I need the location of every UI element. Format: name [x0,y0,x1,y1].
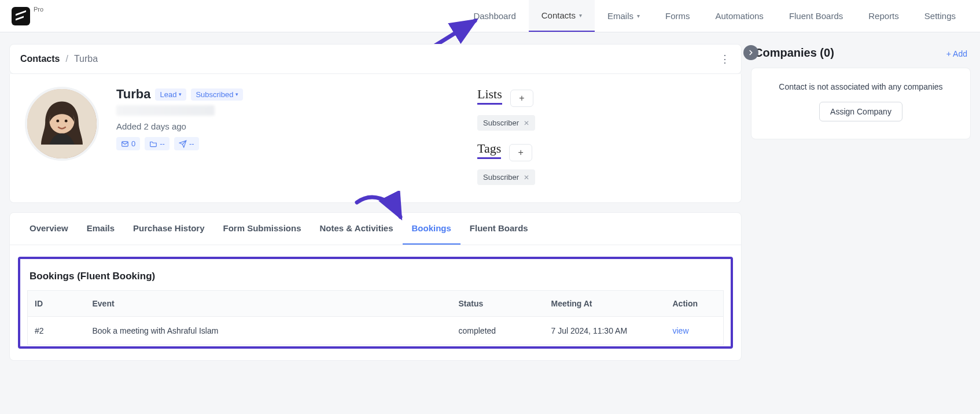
companies-header: Companies (0) + Add [751,44,971,68]
folders-stat[interactable]: -- [145,137,170,150]
sends-stat[interactable]: -- [174,137,199,150]
cell-id: #2 [28,317,86,345]
main-nav: Dashboard Contacts▾ Emails▾ Forms Automa… [460,0,968,32]
contact-name: Turba [116,87,150,102]
profile-card: Turba Lead▾ Subscribed▾ Added 2 days ago… [9,74,742,203]
tab-notes-activities[interactable]: Notes & Activities [311,213,403,245]
emails-stat[interactable]: 0 [116,137,140,150]
companies-card: Contact is not associated with any compa… [751,68,971,139]
main-column: Contacts / Turba ⋮ Turba L [9,44,742,361]
cell-status: completed [452,317,544,345]
nav-settings[interactable]: Settings [912,0,968,32]
lists-label: Lists [477,87,502,105]
avatar [25,87,99,161]
cell-event: Book a meeting with Ashraful Islam [86,317,452,345]
tabs-row: Overview Emails Purchase History Form Su… [10,213,741,245]
caret-down-icon: ▾ [179,91,182,97]
svg-point-4 [65,120,68,123]
more-menu-icon[interactable]: ⋮ [720,53,731,65]
nav-automations[interactable]: Automations [702,0,776,32]
bookings-table: ID Event Status Meeting At Action #2 Boo… [27,290,724,345]
tabs-card: Overview Emails Purchase History Form Su… [9,212,742,361]
table-row: #2 Book a meeting with Ashraful Islam co… [28,317,724,345]
cell-meeting: 7 Jul 2024, 11:30 AM [544,317,666,345]
breadcrumb: Contacts / Turba ⋮ [9,44,742,74]
col-event: Event [86,291,452,317]
lists-tags-column: Lists + Subscriber ✕ Tags + Subscriber [477,87,726,185]
svg-point-3 [56,120,59,123]
nav-emails[interactable]: Emails▾ [595,0,653,32]
nav-reports[interactable]: Reports [856,0,912,32]
pro-label: Pro [34,6,43,13]
list-chip-label: Subscriber [483,119,519,127]
topbar: Pro Dashboard Contacts▾ Emails▾ Forms Au… [0,0,980,32]
mini-stats: 0 -- -- [116,137,301,150]
tags-label: Tags [477,141,501,159]
tab-fluent-boards[interactable]: Fluent Boards [460,213,537,245]
tab-bookings[interactable]: Bookings [403,213,460,245]
col-meeting: Meeting At [544,291,666,317]
email-redacted [116,105,215,116]
profile-info: Turba Lead▾ Subscribed▾ Added 2 days ago… [116,87,301,185]
col-action: Action [666,291,724,317]
companies-title: Companies (0) [754,46,834,60]
tag-chip: Subscriber ✕ [477,169,535,185]
tab-purchase-history[interactable]: Purchase History [124,213,213,245]
lead-badge[interactable]: Lead▾ [155,88,186,101]
list-chip: Subscriber ✕ [477,115,535,131]
nav-contacts[interactable]: Contacts▾ [529,0,595,32]
companies-empty-text: Contact is not associated with any compa… [762,82,960,91]
breadcrumb-separator: / [65,54,68,64]
view-link[interactable]: view [673,326,689,335]
chevron-down-icon: ▾ [579,12,582,19]
collapse-sidebar-button[interactable] [743,45,758,60]
subscribed-badge[interactable]: Subscribed▾ [191,88,243,101]
remove-tag-icon[interactable]: ✕ [524,173,529,182]
caret-down-icon: ▾ [235,91,238,97]
remove-list-icon[interactable]: ✕ [524,119,529,127]
mail-icon [121,140,129,148]
chevron-right-icon [747,49,755,57]
chevron-down-icon: ▾ [637,13,640,19]
tag-chip-label: Subscriber [483,173,519,182]
add-list-button[interactable]: + [510,90,533,107]
tab-emails[interactable]: Emails [78,213,124,245]
tab-form-submissions[interactable]: Form Submissions [213,213,310,245]
side-column: Companies (0) + Add Contact is not assoc… [751,44,971,139]
assign-company-button[interactable]: Assign Company [819,102,902,121]
folder-icon [149,140,157,148]
col-status: Status [452,291,544,317]
bookings-panel: Bookings (Fluent Booking) ID Event Statu… [18,257,733,349]
breadcrumb-root[interactable]: Contacts [20,54,60,64]
add-tag-button[interactable]: + [509,144,532,161]
add-company-link[interactable]: + Add [946,49,967,58]
app-logo [12,7,30,25]
tab-overview[interactable]: Overview [20,213,78,245]
nav-forms[interactable]: Forms [653,0,703,32]
nav-fluent-boards[interactable]: Fluent Boards [776,0,856,32]
breadcrumb-current: Turba [74,54,98,64]
col-id: ID [28,291,86,317]
send-icon [179,140,187,148]
bookings-title: Bookings (Fluent Booking) [30,271,721,282]
added-date: Added 2 days ago [116,121,301,131]
content: Contacts / Turba ⋮ Turba L [0,32,980,414]
nav-dashboard[interactable]: Dashboard [460,0,528,32]
